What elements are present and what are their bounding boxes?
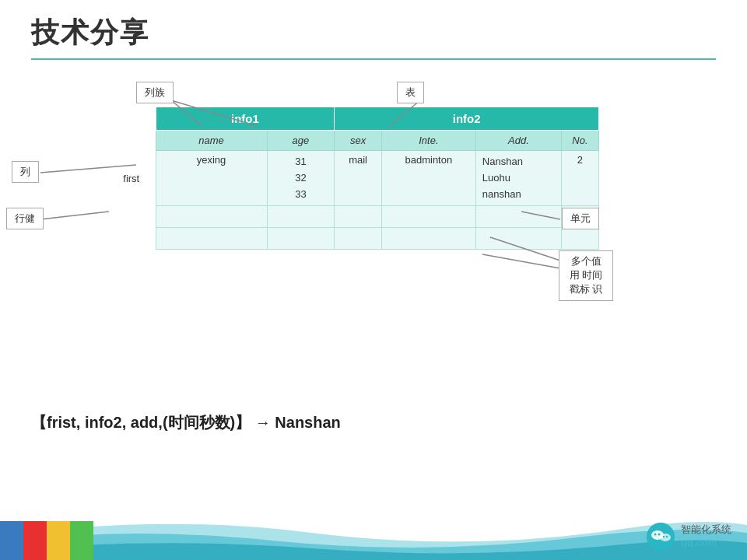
empty-row-2 xyxy=(109,228,599,250)
svg-line-4 xyxy=(40,212,109,219)
color-blocks xyxy=(0,521,93,560)
col-name: name xyxy=(156,131,267,151)
page-title: 技术分享 xyxy=(31,14,716,52)
page-header: 技术分享 xyxy=(0,0,747,58)
annotation-liezu: 列族 xyxy=(136,82,174,103)
empty-row-1 xyxy=(109,206,599,228)
table-header-row: info1 info2 xyxy=(109,107,599,131)
data-row-1: first yexing 313233 mail badminton Nansh… xyxy=(109,151,599,206)
svg-point-10 xyxy=(660,534,671,541)
col-no: No. xyxy=(561,131,598,151)
query-text: 【frist, info2, add,(时间秒数)】 → Nanshan xyxy=(31,412,716,433)
cell-sex: mail xyxy=(335,151,381,206)
rowkey-value: first xyxy=(109,151,156,206)
logo-area: 智能化系统 qq.com xyxy=(645,521,731,552)
annotation-danyuan: 单元 xyxy=(562,208,599,229)
svg-line-7 xyxy=(482,254,560,268)
annotation-lie: 列 xyxy=(12,161,39,183)
cell-add: NanshanLuohunanshan xyxy=(475,151,561,206)
info1-header: info1 xyxy=(156,107,335,131)
annotation-timestamp: 多个值用 时间戳标 识 xyxy=(559,250,613,301)
cell-name: yexing xyxy=(156,151,267,206)
col-add: Add. xyxy=(475,131,561,151)
annotation-hangjian: 行健 xyxy=(6,208,44,229)
query-section: 【frist, info2, add,(时间秒数)】 → Nanshan xyxy=(31,412,716,433)
bottom-decoration: 智能化系统 qq.com xyxy=(0,506,747,560)
main-content: 列族 表 列 行健 单元 多个值用 时间戳标 识 info1 info2 xyxy=(0,60,747,495)
color-blue xyxy=(0,521,23,560)
col-age: age xyxy=(267,131,335,151)
svg-point-13 xyxy=(663,536,665,537)
col-sex: sex xyxy=(335,131,381,151)
logo-site: qq.com xyxy=(681,537,731,550)
svg-point-12 xyxy=(658,534,661,536)
cell-age: 313233 xyxy=(267,151,335,206)
col-inte: Inte. xyxy=(381,131,475,151)
color-green xyxy=(70,521,93,560)
cell-no: 2 xyxy=(561,151,598,206)
column-names-row: name age sex Inte. Add. No. xyxy=(109,131,599,151)
info2-header: info2 xyxy=(335,107,599,131)
annotation-biao: 表 xyxy=(397,82,424,103)
hbase-table: info1 info2 name age sex Inte. Add. No. … xyxy=(109,107,599,250)
bottom-waves xyxy=(0,506,747,560)
logo-name: 智能化系统 xyxy=(681,523,731,537)
logo-text: 智能化系统 qq.com xyxy=(681,523,731,550)
cell-inte: badminton xyxy=(381,151,475,206)
color-yellow xyxy=(47,521,70,560)
color-red xyxy=(23,521,47,560)
svg-point-14 xyxy=(666,536,668,537)
svg-point-11 xyxy=(654,534,657,536)
logo-icon xyxy=(645,521,676,552)
table-wrapper: info1 info2 name age sex Inte. Add. No. … xyxy=(109,107,599,250)
